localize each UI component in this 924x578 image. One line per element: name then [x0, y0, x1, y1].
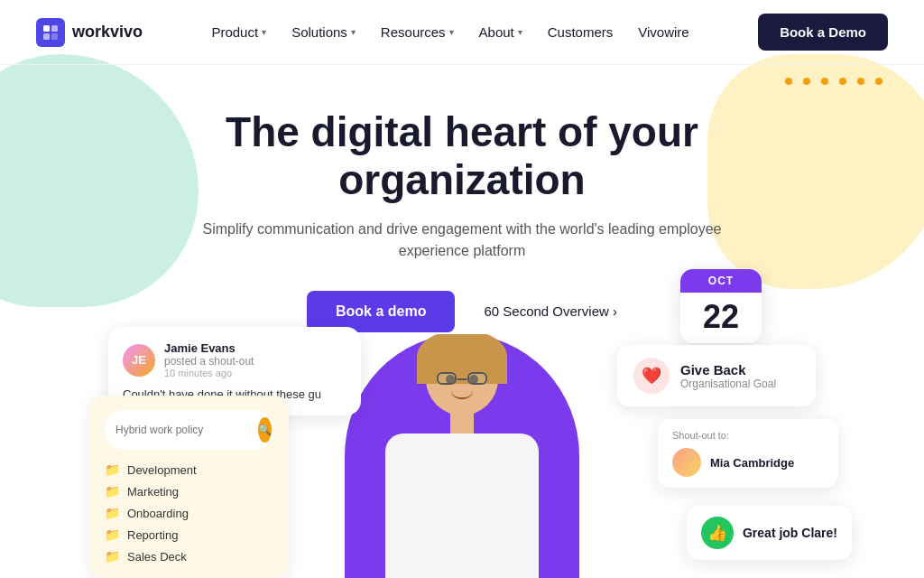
- svg-rect-0: [43, 25, 50, 32]
- folder-list: 📁Development 📁Marketing 📁Onboarding 📁Rep…: [105, 462, 274, 564]
- shoutout-name: Mia Cambridge: [710, 456, 794, 470]
- nav-resources[interactable]: Resources ▾: [381, 24, 454, 40]
- folder-icon: 📁: [105, 506, 120, 520]
- nav-about[interactable]: About ▾: [479, 24, 522, 40]
- calendar-day: 22: [680, 293, 762, 343]
- svg-rect-1: [51, 25, 58, 32]
- jamie-avatar: JE: [123, 344, 155, 377]
- calendar-card: OCT 22: [680, 269, 762, 343]
- folder-onboarding[interactable]: 📁Onboarding: [105, 506, 274, 520]
- logo-icon: [36, 18, 65, 47]
- folder-icon: 📁: [105, 527, 120, 542]
- folder-salesdeck[interactable]: 📁Sales Deck: [105, 549, 274, 564]
- mia-avatar: [672, 448, 701, 477]
- hero-heading: The digital heart of your organization: [146, 108, 778, 204]
- shoutout-label: Shout-out to:: [672, 430, 824, 441]
- thumbs-up-icon: 👍: [701, 517, 734, 549]
- calendar-month: OCT: [680, 269, 762, 293]
- nav-vivowire[interactable]: Vivowire: [638, 24, 688, 40]
- folder-icon: 📁: [105, 549, 120, 564]
- search-card: 🔍 📁Development 📁Marketing 📁Onboarding 📁R…: [90, 396, 289, 578]
- nav-links: Product ▾ Solutions ▾ Resources ▾ About …: [211, 24, 688, 40]
- search-icon: 🔍: [258, 417, 272, 443]
- nav-product[interactable]: Product ▾: [211, 24, 266, 40]
- folder-marketing[interactable]: 📁Marketing: [105, 484, 274, 499]
- nav-solutions[interactable]: Solutions ▾: [291, 24, 356, 40]
- greatjob-text: Great job Clare!: [743, 526, 837, 540]
- user-action: posted a shout-out: [164, 355, 254, 368]
- hero-subheading: Simplify communication and drive engagem…: [191, 219, 733, 262]
- folder-icon: 📁: [105, 484, 120, 499]
- greatjob-card: 👍 Great job Clare!: [687, 506, 852, 560]
- navbar: workvivo Product ▾ Solutions ▾ Resources…: [0, 0, 924, 65]
- folder-reporting[interactable]: 📁Reporting: [105, 527, 274, 542]
- hero-section: The digital heart of your organization S…: [0, 65, 924, 332]
- goal-card: ❤️ Give Back Organisational Goal: [617, 345, 816, 406]
- shoutout-card: Shout-out to: Mia Cambridge: [658, 419, 838, 488]
- logo[interactable]: workvivo: [36, 18, 143, 47]
- post-time: 10 minutes ago: [164, 368, 254, 378]
- svg-rect-3: [51, 33, 58, 40]
- user-name: Jamie Evans: [164, 341, 254, 355]
- nav-customers[interactable]: Customers: [548, 24, 614, 40]
- folder-development[interactable]: 📁Development: [105, 462, 274, 477]
- search-input[interactable]: [116, 424, 251, 436]
- goal-subtitle: Organisational Goal: [680, 378, 776, 390]
- svg-rect-2: [43, 33, 50, 40]
- cards-section: JE Jamie Evans posted a shout-out 10 min…: [0, 298, 924, 578]
- goal-title: Give Back: [680, 362, 776, 378]
- heart-icon: ❤️: [633, 358, 670, 394]
- book-demo-nav-button[interactable]: Book a Demo: [758, 14, 888, 51]
- folder-icon: 📁: [105, 462, 120, 477]
